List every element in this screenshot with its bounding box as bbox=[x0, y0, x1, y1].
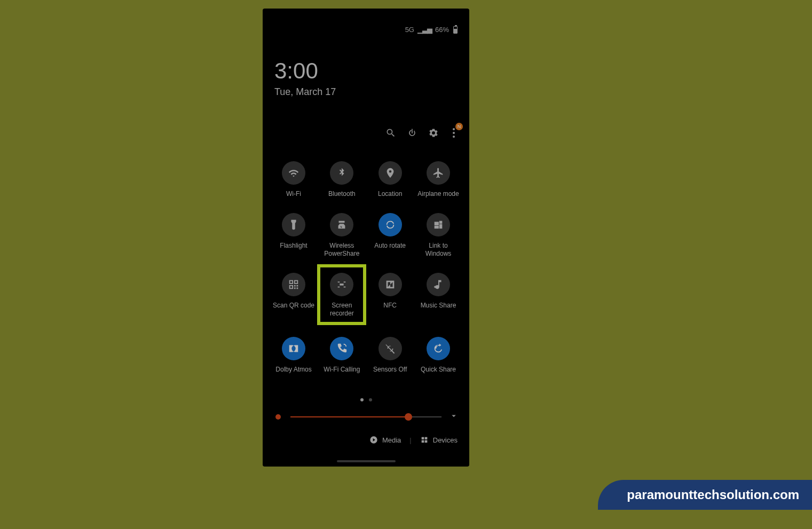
media-label: Media bbox=[382, 436, 401, 444]
tile-label: Bluetooth bbox=[328, 190, 356, 198]
play-circle-icon bbox=[369, 436, 378, 444]
more-icon[interactable]: N bbox=[449, 127, 459, 139]
tile-label: Screen recorder bbox=[322, 302, 361, 318]
tile-label: Wi-Fi bbox=[286, 190, 301, 198]
tile-qrcode[interactable]: Scan QR code bbox=[272, 273, 315, 322]
dolby-icon bbox=[282, 337, 305, 360]
tile-nfc[interactable]: NFC bbox=[369, 273, 412, 322]
tile-label: Auto rotate bbox=[374, 242, 406, 250]
tile-quickshare[interactable]: Quick Share bbox=[417, 337, 460, 374]
brightness-slider[interactable] bbox=[290, 416, 442, 417]
linkwindows-icon bbox=[427, 213, 450, 236]
autorotate-icon bbox=[379, 213, 402, 236]
signal-bars-icon: ▁▃▅ bbox=[417, 26, 432, 34]
search-icon[interactable] bbox=[385, 127, 397, 139]
tile-powershare[interactable]: Wireless PowerShare bbox=[320, 213, 363, 258]
phone-screenshot: 5G ▁▃▅ 66% 3:00 Tue, March 17 N Wi-FiBlu… bbox=[263, 9, 469, 467]
chevron-down-icon[interactable] bbox=[449, 411, 459, 423]
qrcode-icon bbox=[282, 273, 305, 296]
tile-label: Wi-Fi Calling bbox=[324, 366, 360, 374]
airplane-icon bbox=[427, 161, 450, 185]
devices-button[interactable]: Devices bbox=[420, 436, 458, 444]
tile-sensorsoff[interactable]: Sensors Off bbox=[369, 337, 412, 374]
powershare-icon bbox=[330, 213, 353, 236]
panel-actions: N bbox=[385, 127, 459, 139]
bottom-row: Media | Devices bbox=[263, 436, 469, 444]
page-indicator bbox=[263, 398, 469, 401]
media-button[interactable]: Media bbox=[369, 436, 401, 444]
tile-label: Link to Windows bbox=[417, 242, 460, 258]
tile-label: Music Share bbox=[421, 302, 456, 310]
page-dot bbox=[369, 398, 372, 401]
clock-time: 3:00 bbox=[274, 60, 336, 82]
tile-label: NFC bbox=[383, 302, 397, 310]
quick-settings-grid: Wi-FiBluetoothLocationAirplane modeFlash… bbox=[263, 161, 469, 389]
screenrecorder-icon bbox=[330, 273, 353, 296]
brightness-row bbox=[273, 411, 459, 423]
tile-label: Airplane mode bbox=[417, 190, 459, 198]
settings-icon[interactable] bbox=[428, 127, 439, 139]
tile-flashlight[interactable]: Flashlight bbox=[272, 213, 315, 258]
status-bar: 5G ▁▃▅ 66% bbox=[405, 26, 458, 34]
wifi-icon bbox=[282, 161, 305, 185]
devices-label: Devices bbox=[433, 436, 458, 444]
network-label: 5G bbox=[405, 26, 414, 34]
page-dot-active bbox=[360, 398, 364, 401]
tile-location[interactable]: Location bbox=[369, 161, 412, 198]
wificalling-icon bbox=[330, 337, 353, 360]
tile-wificalling[interactable]: Wi-Fi Calling bbox=[320, 337, 363, 374]
tile-label: Sensors Off bbox=[373, 366, 407, 374]
musicshare-icon bbox=[427, 273, 450, 296]
location-icon bbox=[379, 161, 402, 185]
tile-screenrecorder[interactable]: Screen recorder bbox=[320, 267, 363, 322]
brightness-icon bbox=[273, 412, 283, 422]
battery-text: 66% bbox=[435, 26, 449, 34]
clock-date: Tue, March 17 bbox=[274, 86, 336, 98]
devices-grid-icon bbox=[420, 436, 429, 444]
power-icon[interactable] bbox=[406, 127, 418, 139]
watermark: paramounttechsolution.com bbox=[598, 480, 812, 510]
quickshare-icon bbox=[427, 337, 450, 360]
tile-label: Flashlight bbox=[280, 242, 307, 250]
battery-icon bbox=[453, 26, 458, 34]
nfc-icon bbox=[379, 273, 402, 296]
tile-wifi[interactable]: Wi-Fi bbox=[272, 161, 315, 198]
tile-label: Scan QR code bbox=[273, 302, 314, 310]
tile-label: Quick Share bbox=[421, 366, 456, 374]
sensorsoff-icon bbox=[379, 337, 402, 360]
tile-airplane[interactable]: Airplane mode bbox=[417, 161, 460, 198]
tile-bluetooth[interactable]: Bluetooth bbox=[320, 161, 363, 198]
tile-linkwindows[interactable]: Link to Windows bbox=[417, 213, 460, 258]
clock-block: 3:00 Tue, March 17 bbox=[274, 60, 336, 98]
tile-dolby[interactable]: Dolby Atmos bbox=[272, 337, 315, 374]
more-badge: N bbox=[455, 123, 463, 130]
tile-autorotate[interactable]: Auto rotate bbox=[369, 213, 412, 258]
tile-label: Wireless PowerShare bbox=[320, 242, 363, 258]
tile-label: Location bbox=[378, 190, 402, 198]
separator: | bbox=[409, 436, 411, 444]
flashlight-icon bbox=[282, 213, 305, 236]
tile-musicshare[interactable]: Music Share bbox=[417, 273, 460, 322]
bluetooth-icon bbox=[330, 161, 353, 185]
home-indicator bbox=[337, 460, 396, 462]
tile-label: Dolby Atmos bbox=[275, 366, 311, 374]
